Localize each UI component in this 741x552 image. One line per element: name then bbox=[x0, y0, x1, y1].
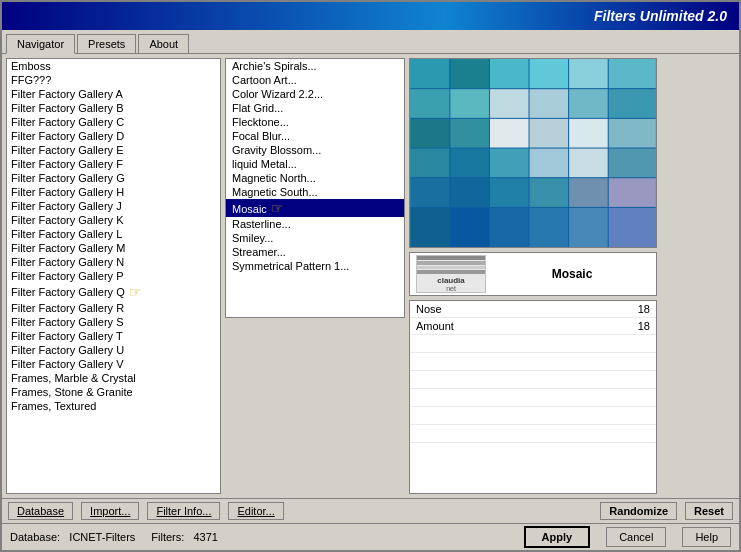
params-area: Nose18Amount18 bbox=[409, 300, 657, 494]
category-item[interactable]: Frames, Textured bbox=[7, 399, 220, 413]
filter-item[interactable]: Magnetic North... bbox=[226, 171, 404, 185]
filter-item[interactable]: Smiley... bbox=[226, 231, 404, 245]
svg-rect-32 bbox=[450, 207, 490, 247]
category-item[interactable]: Filter Factory Gallery U bbox=[7, 343, 220, 357]
category-item[interactable]: Filter Factory Gallery L bbox=[7, 227, 220, 241]
reset-button[interactable]: Reset bbox=[685, 502, 733, 520]
svg-rect-19 bbox=[410, 148, 450, 178]
category-item[interactable]: Filter Factory Gallery T bbox=[7, 329, 220, 343]
svg-rect-17 bbox=[569, 118, 609, 148]
tab-navigator[interactable]: Navigator bbox=[6, 34, 75, 54]
filter-item[interactable]: Archie's Spirals... bbox=[226, 59, 404, 73]
category-item[interactable]: Filter Factory Gallery E bbox=[7, 143, 220, 157]
svg-rect-30 bbox=[608, 178, 655, 208]
param-row-empty bbox=[410, 335, 656, 353]
category-item[interactable]: Filter Factory Gallery R bbox=[7, 301, 220, 315]
svg-rect-12 bbox=[608, 89, 655, 119]
tab-presets[interactable]: Presets bbox=[77, 34, 136, 53]
plugin-name: Mosaic bbox=[494, 267, 650, 281]
filter-item[interactable]: Magnetic South... bbox=[226, 185, 404, 199]
svg-rect-23 bbox=[569, 148, 609, 178]
category-item[interactable]: Filter Factory Gallery Q☞ bbox=[7, 283, 220, 301]
filter-item[interactable]: Focal Blur... bbox=[226, 129, 404, 143]
category-item[interactable]: Filter Factory Gallery M bbox=[7, 241, 220, 255]
category-item[interactable]: Filter Factory Gallery D bbox=[7, 129, 220, 143]
svg-rect-3 bbox=[489, 59, 529, 89]
tab-about[interactable]: About bbox=[138, 34, 189, 53]
main-content: EmbossFFG???Filter Factory Gallery AFilt… bbox=[2, 54, 739, 498]
import-button[interactable]: Import... bbox=[81, 502, 139, 520]
param-name: Nose bbox=[416, 303, 442, 315]
svg-rect-24 bbox=[608, 148, 655, 178]
filter-item[interactable]: Color Wizard 2.2... bbox=[226, 87, 404, 101]
filter-item[interactable]: Streamer... bbox=[226, 245, 404, 259]
filter-item[interactable]: Symmetrical Pattern 1... bbox=[226, 259, 404, 273]
bottom-toolbar: Database Import... Filter Info... Editor… bbox=[2, 498, 739, 523]
svg-rect-13 bbox=[410, 118, 450, 148]
param-name: Amount bbox=[416, 320, 454, 332]
tabbar: Navigator Presets About bbox=[2, 30, 739, 54]
filter-item[interactable]: Rasterline... bbox=[226, 217, 404, 231]
svg-rect-22 bbox=[529, 148, 569, 178]
editor-button[interactable]: Editor... bbox=[228, 502, 283, 520]
category-list[interactable]: EmbossFFG???Filter Factory Gallery AFilt… bbox=[7, 59, 220, 493]
category-item[interactable]: FFG??? bbox=[7, 73, 220, 87]
category-item[interactable]: Filter Factory Gallery H bbox=[7, 185, 220, 199]
logo-text: claudia bbox=[437, 276, 465, 285]
svg-rect-26 bbox=[450, 178, 490, 208]
filter-item[interactable]: Flecktone... bbox=[226, 115, 404, 129]
category-list-container: EmbossFFG???Filter Factory Gallery AFilt… bbox=[7, 59, 220, 493]
param-row-empty bbox=[410, 353, 656, 371]
svg-rect-21 bbox=[489, 148, 529, 178]
filter-item[interactable]: Flat Grid... bbox=[226, 101, 404, 115]
statusbar: Database: ICNET-Filters Filters: 4371 Ap… bbox=[2, 523, 739, 550]
right-section: Archie's Spirals...Cartoon Art...Color W… bbox=[225, 58, 657, 494]
param-row-empty bbox=[410, 389, 656, 407]
filter-item[interactable]: Mosaic☞ bbox=[226, 199, 404, 217]
category-item[interactable]: Filter Factory Gallery C bbox=[7, 115, 220, 129]
category-item[interactable]: Emboss bbox=[7, 59, 220, 73]
category-item[interactable]: Filter Factory Gallery J bbox=[7, 199, 220, 213]
category-item[interactable]: Filter Factory Gallery P bbox=[7, 269, 220, 283]
filter-item[interactable]: Cartoon Art... bbox=[226, 73, 404, 87]
category-item[interactable]: Filter Factory Gallery V bbox=[7, 357, 220, 371]
svg-rect-16 bbox=[529, 118, 569, 148]
database-button[interactable]: Database bbox=[8, 502, 73, 520]
preview-area: claudia net Mosaic Nose18Amount18 bbox=[409, 58, 657, 494]
top-row: Archie's Spirals...Cartoon Art...Color W… bbox=[225, 58, 657, 494]
category-item[interactable]: Filter Factory Gallery B bbox=[7, 101, 220, 115]
param-row-empty bbox=[410, 407, 656, 425]
randomize-button[interactable]: Randomize bbox=[600, 502, 677, 520]
param-row-empty bbox=[410, 371, 656, 389]
cancel-button[interactable]: Cancel bbox=[606, 527, 666, 547]
svg-rect-34 bbox=[529, 207, 569, 247]
filters-label: Filters: 4371 bbox=[151, 531, 218, 543]
category-item[interactable]: Filter Factory Gallery N bbox=[7, 255, 220, 269]
category-item[interactable]: Filter Factory Gallery F bbox=[7, 157, 220, 171]
category-item[interactable]: Filter Factory Gallery G bbox=[7, 171, 220, 185]
svg-rect-1 bbox=[410, 59, 450, 89]
category-item[interactable]: Filter Factory Gallery S bbox=[7, 315, 220, 329]
titlebar-text: Filters Unlimited 2.0 bbox=[594, 8, 727, 24]
logo-subtext: net bbox=[446, 285, 456, 292]
svg-rect-4 bbox=[529, 59, 569, 89]
help-button[interactable]: Help bbox=[682, 527, 731, 547]
plugin-logo: claudia net bbox=[416, 255, 486, 293]
plugin-info: claudia net Mosaic bbox=[409, 252, 657, 296]
category-item[interactable]: Filter Factory Gallery K bbox=[7, 213, 220, 227]
category-item[interactable]: Filter Factory Gallery A bbox=[7, 87, 220, 101]
filter-info-button[interactable]: Filter Info... bbox=[147, 502, 220, 520]
svg-rect-28 bbox=[529, 178, 569, 208]
category-item[interactable]: Frames, Marble & Crystal bbox=[7, 371, 220, 385]
apply-button[interactable]: Apply bbox=[524, 526, 591, 548]
svg-rect-14 bbox=[450, 118, 490, 148]
filter-item[interactable]: Gravity Blossom... bbox=[226, 143, 404, 157]
svg-rect-27 bbox=[489, 178, 529, 208]
category-item[interactable]: Frames, Stone & Granite bbox=[7, 385, 220, 399]
filter-list[interactable]: Archie's Spirals...Cartoon Art...Color W… bbox=[225, 58, 405, 318]
svg-rect-29 bbox=[569, 178, 609, 208]
filter-item[interactable]: liquid Metal... bbox=[226, 157, 404, 171]
param-row: Nose18 bbox=[410, 301, 656, 318]
database-label: Database: ICNET-Filters bbox=[10, 531, 135, 543]
svg-rect-9 bbox=[489, 89, 529, 119]
